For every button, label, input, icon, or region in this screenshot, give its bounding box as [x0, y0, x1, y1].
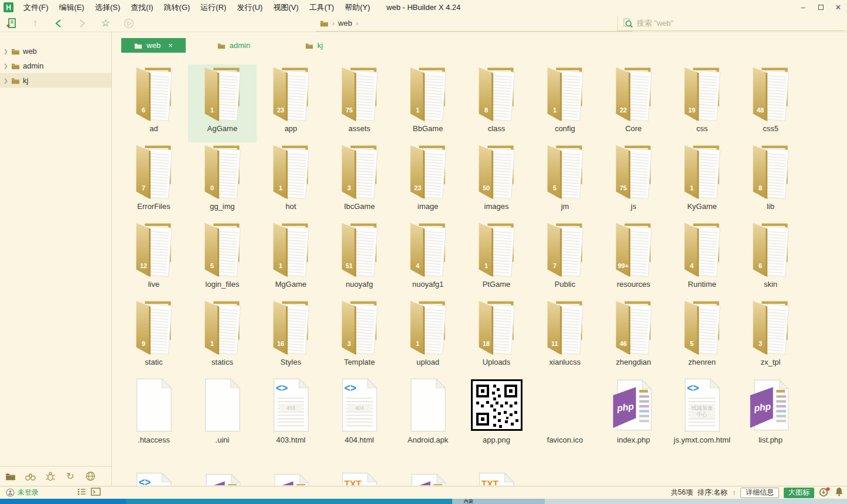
new-file-button[interactable] — [0, 15, 23, 32]
search-input[interactable] — [637, 19, 812, 28]
file-item[interactable]: .uini — [188, 376, 257, 464]
folder-item[interactable]: 3 zx_tpl — [736, 298, 805, 376]
menu-goto[interactable]: 跳转(G) — [159, 0, 196, 15]
folder-item[interactable]: 7 ErrorFiles — [119, 142, 188, 220]
tab-web[interactable]: web × — [121, 38, 186, 53]
folder-item[interactable]: 12 live — [119, 220, 188, 298]
folder-item[interactable]: 99+ resources — [599, 220, 668, 298]
folder-item[interactable]: 8 class — [462, 64, 531, 142]
folder-item[interactable]: 22 Core — [599, 64, 668, 142]
menu-edit[interactable]: 编辑(E) — [54, 0, 90, 15]
folder-item[interactable]: 23 image — [394, 142, 462, 220]
folder-item[interactable]: 11 xianlucss — [531, 298, 599, 376]
folder-item[interactable]: 3 IbcGame — [325, 142, 394, 220]
file-item[interactable]: app.png — [462, 376, 531, 464]
tree-item-web[interactable]: ❯ web — [0, 44, 111, 59]
large-icon-view-button[interactable]: 大图标 — [784, 488, 814, 498]
folder-item[interactable]: 16 Styles — [257, 298, 325, 376]
folder-item[interactable]: 18 Uploads — [462, 298, 531, 376]
menu-tools[interactable]: 工具(T) — [304, 0, 340, 15]
tab-label[interactable]: kj — [317, 41, 323, 50]
login-button[interactable]: 未登录 — [6, 488, 39, 498]
tree-item-label[interactable]: admin — [23, 61, 43, 70]
folder-item[interactable]: 0 gg_img — [188, 142, 257, 220]
folder-item[interactable]: 1 statics — [188, 298, 257, 376]
folder-item[interactable]: 5 login_files — [188, 220, 257, 298]
folder-item[interactable]: 9 static — [119, 298, 188, 376]
folder-item[interactable]: 75 assets — [325, 64, 394, 142]
update-button[interactable] — [819, 487, 830, 499]
up-button[interactable]: ↑ — [23, 15, 47, 32]
folder-item[interactable]: 6 skin — [736, 220, 805, 298]
file-item[interactable]: 404 404.html — [325, 376, 394, 464]
notifications-button[interactable] — [835, 487, 843, 498]
folder-item[interactable]: 23 app — [257, 64, 325, 142]
debug-panel-button[interactable] — [45, 471, 56, 482]
file-item[interactable]: index.php — [599, 376, 668, 464]
close-button[interactable]: ✕ — [829, 0, 847, 15]
login-status[interactable]: 未登录 — [18, 488, 39, 498]
refresh-panel-button[interactable]: ↻ — [64, 471, 76, 482]
menu-help[interactable]: 帮助(Y) — [339, 0, 375, 15]
tree-item-label[interactable]: web — [23, 47, 37, 56]
file-item-partial[interactable] — [188, 472, 257, 485]
folder-item[interactable]: 1 config — [531, 64, 599, 142]
task-list-button[interactable] — [77, 488, 86, 498]
menu-select[interactable]: 选择(S) — [90, 0, 125, 15]
file-item[interactable]: 403 403.html — [257, 376, 325, 464]
minimize-button[interactable]: – — [794, 0, 812, 15]
folder-item[interactable]: 1 upload — [394, 298, 462, 376]
tab-kj[interactable]: kj — [282, 38, 346, 53]
folder-item[interactable]: 19 css — [668, 64, 736, 142]
file-item-partial[interactable] — [462, 472, 531, 485]
tree-item-admin[interactable]: ❯ admin — [0, 59, 111, 73]
forward-button[interactable] — [70, 15, 94, 32]
menu-find[interactable]: 查找(I) — [125, 0, 158, 15]
folder-item[interactable]: 7 Public — [531, 220, 599, 298]
file-item[interactable]: favicon.ico — [531, 376, 599, 464]
folder-item[interactable]: 1 KyGame — [668, 142, 736, 220]
file-item[interactable]: list.php — [736, 376, 805, 464]
folder-item[interactable]: 51 nuoyafg — [325, 220, 394, 298]
favorite-button[interactable]: ☆ — [94, 15, 117, 32]
folder-item[interactable]: 1 PtGame — [462, 220, 531, 298]
menu-publish[interactable]: 发行(U) — [231, 0, 268, 15]
folder-item[interactable]: 6 ad — [119, 64, 188, 142]
folder-item[interactable]: 3 Template — [325, 298, 394, 376]
web-panel-button[interactable] — [84, 471, 96, 482]
menu-file[interactable]: 文件(F) — [18, 0, 54, 15]
chevron-right-icon[interactable]: ❯ — [4, 63, 8, 69]
folder-item[interactable]: 4 nuoyafg1 — [394, 220, 462, 298]
search-panel-button[interactable] — [25, 471, 36, 482]
menu-view[interactable]: 视图(V) — [268, 0, 303, 15]
folder-item[interactable]: 8 lib — [736, 142, 805, 220]
back-button[interactable] — [47, 15, 70, 32]
folder-item[interactable]: 1 MgGame — [257, 220, 325, 298]
folder-item[interactable]: 4 Runtime — [668, 220, 736, 298]
file-item-partial[interactable] — [394, 472, 462, 485]
folder-item[interactable]: 46 zhengdian — [599, 298, 668, 376]
tree-item-kj[interactable]: ❯ kj — [0, 73, 111, 88]
folder-item[interactable]: 1 BbGame — [394, 64, 462, 142]
tab-label[interactable]: admin — [230, 41, 250, 50]
tab-admin[interactable]: admin — [201, 38, 266, 53]
folder-item[interactable]: 75 js — [599, 142, 668, 220]
chevron-right-icon[interactable]: ❯ — [4, 49, 8, 54]
sort-label[interactable]: 排序:名称 — [698, 488, 728, 498]
tab-label[interactable]: web — [146, 41, 160, 50]
terminal-button[interactable] — [91, 488, 101, 498]
detail-view-button[interactable]: 详细信息 — [740, 488, 779, 498]
folder-item[interactable]: 5 jm — [531, 142, 599, 220]
folder-item[interactable]: 50 images — [462, 142, 531, 220]
search-box[interactable] — [617, 16, 845, 31]
sort-ascending-icon[interactable]: ↑ — [732, 489, 736, 497]
file-item[interactable]: Android.apk — [394, 376, 462, 464]
folder-item[interactable]: 1 hot — [257, 142, 325, 220]
folder-item[interactable]: 5 zhenren — [668, 298, 736, 376]
tree-item-label[interactable]: kj — [23, 76, 28, 85]
menu-run[interactable]: 运行(R) — [195, 0, 231, 15]
file-item-partial[interactable] — [325, 472, 394, 485]
close-icon[interactable]: × — [168, 41, 173, 50]
taskbar-window-fragment[interactable]: 内蒙 — [464, 499, 473, 504]
file-item-partial[interactable] — [257, 472, 325, 485]
